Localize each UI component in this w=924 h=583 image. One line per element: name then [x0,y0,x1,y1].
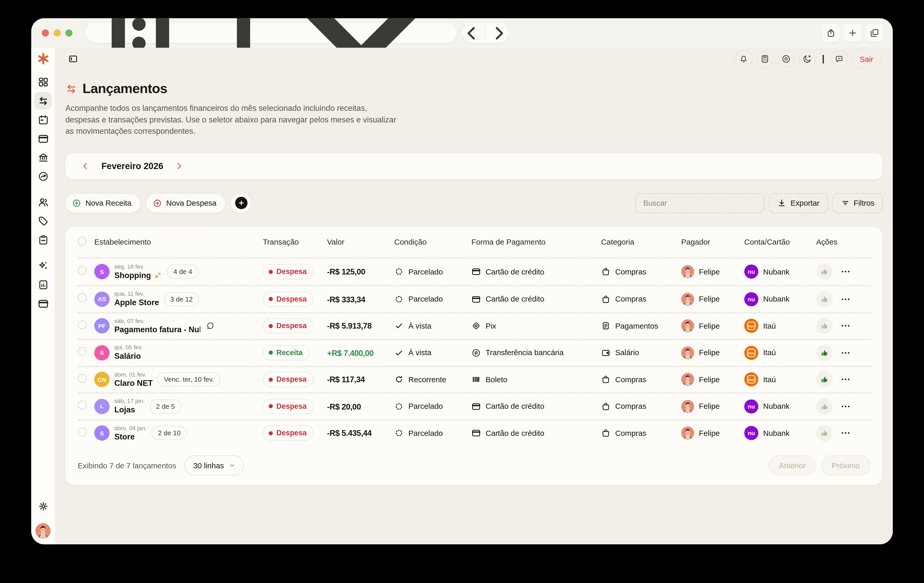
mark-paid-button[interactable] [816,291,833,308]
minimize-window-button[interactable] [54,30,61,36]
sidebar-item-people[interactable] [34,193,52,211]
mark-paid-button[interactable] [816,425,833,441]
row-actions-button[interactable] [840,401,851,412]
row-actions-button[interactable] [840,347,851,358]
row-checkbox[interactable] [78,401,87,410]
settings-button[interactable] [34,497,52,515]
category-label: Compras [615,428,646,437]
new-tab-button[interactable] [844,24,861,42]
payer-avatar [681,427,694,440]
user-avatar-image [35,523,51,539]
app-window: Sair Lançamentos Acompanhe todos os lanç… [31,18,893,544]
payer-name: Felipe [699,402,720,410]
row-checkbox[interactable] [78,293,87,302]
row-checkbox[interactable] [78,266,87,275]
condition-label: Parcelado [408,267,443,276]
table-row: CN dom, 01 fev. Claro NET Venc. ter, 10 … [78,366,870,392]
sidebar-item-planning[interactable] [34,231,52,249]
logout-button[interactable]: Sair [851,50,882,68]
bank-name: Nubank [763,428,789,437]
condition-label: À vista [408,321,431,330]
results-summary: Exibindo 7 de 7 lançamentos [78,461,177,470]
theme-toggle-button[interactable] [799,50,816,68]
prev-month-button[interactable] [81,161,90,171]
previous-page-button[interactable]: Anterior [768,455,816,476]
merchant-name: Claro NET [114,378,153,388]
chevron-left-icon [81,161,90,171]
sidebar-item-ai-assistant[interactable] [34,257,52,275]
feedback-button[interactable] [830,50,848,68]
history-forward-button[interactable] [489,23,508,43]
row-checkbox[interactable] [78,374,87,383]
select-all-checkbox[interactable] [78,237,87,245]
table-row: L sáb, 17 jan. Lojas 2 de 5 Despesa -R$ … [78,392,870,419]
table-header: Estabelecimento Transação Valor Condição… [78,227,870,258]
thumbs-up-icon [820,429,828,437]
close-window-button[interactable] [42,30,49,36]
filters-button[interactable]: Filtros [832,193,883,213]
sidebar-item-calendar[interactable] [34,111,52,128]
mark-paid-button[interactable] [816,398,833,415]
zoom-window-button[interactable] [66,30,73,36]
sidebar-item-cards[interactable] [34,130,52,147]
quick-add-button[interactable] [231,193,252,213]
next-page-button[interactable]: Próximo [821,455,870,476]
row-actions-button[interactable] [840,374,851,385]
sidebar-item-reports[interactable] [34,276,52,293]
plus-icon [848,28,858,38]
payment-method-icon [472,375,481,384]
mark-paid-button[interactable] [816,344,833,361]
category-label: Pagamentos [615,321,658,330]
installment-badge: 4 de 4 [167,265,198,279]
row-checkbox[interactable] [78,320,87,329]
condition-label: À vista [408,348,431,357]
app-topbar: Sair [55,48,893,70]
table-row: S seg, 16 fev. Shopping 4 de 4 Despesa -… [78,258,870,285]
next-month-button[interactable] [175,161,184,171]
row-actions-button[interactable] [840,428,851,438]
sidebar-item-subscriptions[interactable] [34,295,52,312]
tab-overview-button[interactable] [866,24,884,42]
history-back-button[interactable] [462,23,481,43]
thumbs-up-icon [820,375,828,384]
mark-paid-button[interactable] [816,264,833,280]
mark-paid-button[interactable] [816,371,833,388]
new-expense-button[interactable]: Nova Despesa [146,193,226,213]
divider [823,54,824,63]
transaction-type-badge: Receita [263,345,310,360]
category-label: Compras [615,295,646,303]
row-checkbox[interactable] [78,347,87,356]
row-actions-button[interactable] [840,294,851,305]
export-button[interactable]: Exportar [769,193,828,213]
payment-method-icon [472,402,481,411]
filters-label: Filtros [854,198,874,207]
search-input[interactable] [635,193,765,213]
traffic-lights [42,30,73,36]
comment-icon[interactable] [206,321,215,331]
condition-label: Recorrente [408,375,446,384]
condition-label: Parcelado [408,428,443,437]
share-button[interactable] [822,24,840,42]
panel-toggle-button[interactable] [68,54,78,64]
user-avatar[interactable] [35,523,51,539]
transaction-date: qui, 05 fev. [114,344,143,351]
mark-paid-button[interactable] [816,318,833,334]
sidebar-item-transactions[interactable] [34,92,52,110]
calculator-button[interactable] [756,50,774,68]
new-income-button[interactable]: Nova Receita [65,193,141,213]
condition-label: Parcelado [408,295,443,303]
sidebar-toggle-button[interactable] [85,23,457,43]
history-nav [462,23,509,43]
rows-per-page-value: 30 linhas [193,461,224,470]
notifications-button[interactable] [735,50,752,68]
sidebar-item-dashboard[interactable] [34,73,52,91]
sidebar-item-bank-accounts[interactable] [34,148,52,166]
privacy-view-button[interactable] [777,50,795,68]
sidebar-item-performance[interactable] [34,167,52,185]
row-checkbox[interactable] [78,428,87,436]
rows-per-page-select[interactable]: 30 linhas [184,455,244,476]
category-label: Compras [615,267,646,276]
row-actions-button[interactable] [840,321,851,331]
row-actions-button[interactable] [840,267,851,277]
sidebar-item-tags[interactable] [34,212,52,230]
